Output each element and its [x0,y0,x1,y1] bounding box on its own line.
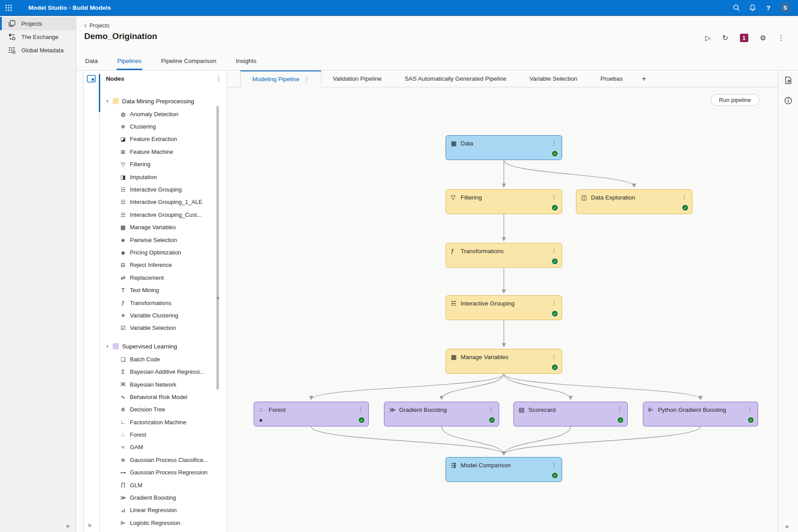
palette-item-glm[interactable]: ∏ GLM [100,479,227,491]
palette-item-variable-clustering[interactable]: ✳ Variable Clustering [100,309,227,321]
palette-item-logistic-regression[interactable]: ⊫ Logistic Regression [100,516,227,529]
user-avatar[interactable]: S [779,2,791,13]
palette-item-label: Linear Regression [130,507,177,513]
pipeline-node-python-gradient-boosting[interactable]: ⊫ Python Gradient Boosting ⋮ ✓ [643,402,758,426]
help-icon[interactable]: ? [763,3,773,12]
node-menu-icon[interactable]: ⋮ [747,406,753,413]
node-type-icon: ▦ [451,140,457,147]
node-type-icon: ◈ [119,249,127,256]
pipeline-node-scorecard[interactable]: ▤ Scorecard ⋮ ✓ [513,402,628,426]
breadcrumb[interactable]: ‹Projects [84,22,110,29]
pipeline-node-data-exploration[interactable]: ◫ Data Exploration ⋮ ✓ [576,189,692,214]
palette-item-batch-code[interactable]: ❏ Batch Code [100,353,227,365]
palette-item-gaussian-process-regression[interactable]: ⊶ Gaussian Process Regression [100,466,227,479]
palette-scrollbar[interactable] [216,106,219,390]
palette-item-behavioral-risk-model[interactable]: ∿ Behavioral Risk Model [100,391,227,403]
palette-item-anomaly-detection[interactable]: ◍ Anomaly Detection [100,108,227,120]
nodes-panel-menu-icon[interactable]: ⋮ [215,75,222,83]
node-menu-icon[interactable]: ⋮ [681,194,687,200]
palette-item-label: Decision Tree [130,406,165,413]
node-menu-icon[interactable]: ⋮ [488,406,494,413]
palette-item-gam[interactable]: ≈ GAM [100,441,227,454]
palette-item-clustering[interactable]: ※ Clustering [100,120,227,133]
palette-item-linear-regression[interactable]: ⊿ Linear Regression [100,504,227,516]
palette-item-forest[interactable]: ∴ Forest [100,428,227,441]
sidebar-collapse-icon[interactable]: « [66,522,70,529]
palette-item-text-mining[interactable]: T Text Mining [100,284,227,296]
pipeline-properties-icon[interactable] [784,76,793,85]
palette-collapse-handle[interactable]: ◂ [216,295,219,301]
pipeline-node-manage-variables[interactable]: ▦ Manage Variables ⋮ ✓ [446,349,562,374]
palette-item-gradient-boosting[interactable]: ≫ Gradient Boosting [100,491,227,504]
palette-item-variable-selection[interactable]: ☑ Variable Selection [100,322,227,334]
settings-gear-icon[interactable]: ⚙ [760,35,766,42]
palette-item-manage-variables[interactable]: ▦ Manage Variables [100,221,227,234]
right-rail-collapse-icon[interactable]: « [785,522,789,530]
tab-data[interactable]: Data [84,54,99,70]
node-type-icon: ☵ [119,211,127,218]
status-success-icon: ✓ [552,364,558,371]
node-type-icon: ▤ [519,406,524,413]
node-menu-icon[interactable]: ⋮ [551,353,557,360]
node-type-icon: ∟ [119,419,127,425]
pipeline-node-transformations[interactable]: ƒ Transformations ⋮ ✓ [446,243,562,268]
pipeline-node-forest[interactable]: ∴ Forest ⋮ ★ ✓ [254,402,369,426]
palette-item-pricing-optimization[interactable]: ◈ Pricing Optimization [100,246,227,258]
palette-item-label: Manage Variables [130,224,176,231]
app-switcher-icon[interactable] [0,0,17,16]
node-menu-icon[interactable]: ⋮ [551,462,557,468]
palette-item-feature-extraction[interactable]: ◪ Feature Extraction [100,133,227,145]
palette-item-interactive-grouping[interactable]: ☵ Interactive Grouping [100,183,227,196]
sidebar-item-global-metadata[interactable]: Global Metadata [0,43,76,57]
run-project-icon[interactable]: ▷ [705,35,711,42]
palette-item-replacement[interactable]: ⇄ Replacement [100,271,227,284]
node-menu-icon[interactable]: ⋮ [551,194,557,200]
node-type-icon: ⊫ [648,406,653,413]
sidebar-item-the-exchange[interactable]: The Exchange [0,30,76,43]
nodes-panel-toggle-icon[interactable] [87,75,96,82]
tab-pipeline-comparison[interactable]: Pipeline Comparison [160,54,217,70]
node-menu-icon[interactable]: ⋮ [551,140,557,146]
pipeline-node-interactive-grouping[interactable]: ☵ Interactive Grouping ⋮ ✓ [446,295,562,320]
node-menu-icon[interactable]: ⋮ [551,247,557,254]
more-options-icon[interactable]: ⋮ [778,35,785,42]
palette-item-pairwise-selection[interactable]: ⋇ Pairwise Selection [100,234,227,246]
node-type-icon: ∴ [259,406,263,413]
palette-group-supervised-learning[interactable]: ∨ Supervised Learning [100,340,227,353]
pipeline-node-model-comparison[interactable]: ⇶ Model Comparison ⋮ ✓ [446,457,562,482]
palette-item-gaussian-process-classifica[interactable]: ≋ Gaussian Process Classifica... [100,454,227,466]
sidebar-item-projects[interactable]: Projects [0,17,76,30]
node-menu-icon[interactable]: ⋮ [551,300,557,306]
status-success-icon: ✓ [682,204,688,211]
tab-insights[interactable]: Insights [235,54,258,70]
palette-item-transformations[interactable]: ƒ Transformations [100,297,227,309]
palette-item-interactive-grouping-1-ale[interactable]: ☵ Interactive Grouping_1_ALE [100,196,227,208]
palette-expand-icon[interactable]: » [88,521,91,528]
palette-item-feature-machine[interactable]: ⊞ Feature Machine [100,145,227,158]
node-type-icon: ƒ [451,247,454,254]
palette-item-reject-inference[interactable]: ⊟ Reject Inference [100,259,227,271]
node-menu-icon[interactable]: ⋮ [617,406,622,413]
sidebar-item-label: The Exchange [21,34,59,40]
pipeline-node-filtering[interactable]: ▽ Filtering ⋮ ✓ [446,189,562,214]
palette-item-label: Pairwise Selection [130,237,177,243]
pipeline-node-gradient-boosting[interactable]: ≫ Gradient Boosting ⋮ ✓ [384,402,499,426]
palette-item-imputation[interactable]: ◨ Imputation [100,171,227,183]
palette-item-decision-tree[interactable]: ⋔ Decision Tree [100,403,227,416]
refresh-icon[interactable]: ↻ [722,35,728,42]
palette-group-data-mining-preprocessing[interactable]: ∨ Data Mining Preprocessing [100,94,227,108]
palette-item-filtering[interactable]: ▽ Filtering [100,158,227,171]
notification-count-badge[interactable]: 1 [740,34,748,42]
notifications-icon[interactable] [747,3,757,12]
palette-item-bayesian-network[interactable]: Ж Bayesian Network [100,378,227,391]
search-icon[interactable] [732,3,741,12]
pipeline-node-data[interactable]: ▦ Data ⋮ ✓ [446,135,562,160]
run-pipeline-button[interactable]: Run pipeline [711,94,759,106]
node-type-icon: ⇄ [119,274,127,281]
palette-item-bayesian-additive-regressi[interactable]: Σ Bayesian Additive Regressi... [100,365,227,378]
tab-pipelines[interactable]: Pipelines [117,54,143,70]
node-menu-icon[interactable]: ⋮ [358,406,364,413]
info-icon[interactable] [784,96,793,105]
palette-item-interactive-grouping-cust[interactable]: ☵ Interactive Grouping_Cust... [100,208,227,221]
palette-item-factorization-machine[interactable]: ∟ Factorization Machine [100,416,227,428]
